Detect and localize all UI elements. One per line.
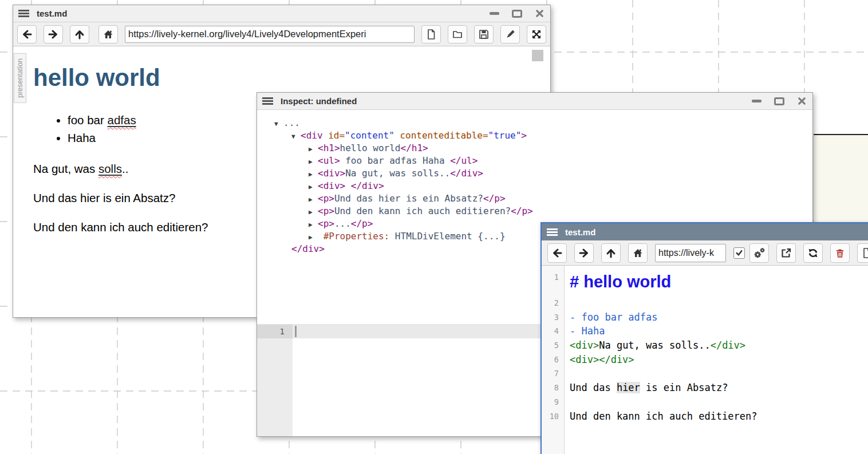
markdown-source-editor[interactable]: 1# hello world23- foo bar adfas4- Haha5<… — [542, 266, 868, 454]
minimize-button[interactable] — [490, 12, 499, 15]
markdown-editor-window: test.md — [540, 222, 868, 454]
code-line[interactable]: 3- foo bar adfas — [542, 310, 868, 325]
code-line[interactable]: 5<div>Na gut, was solls..</div> — [542, 338, 868, 353]
preview-heading: hello world — [33, 64, 550, 92]
line-number: 3 — [542, 310, 565, 325]
external-link-icon — [780, 247, 792, 259]
open-external-button[interactable] — [776, 243, 796, 263]
line-number: 9 — [542, 395, 565, 409]
code-line[interactable]: 9 — [542, 395, 868, 409]
window-controls — [490, 9, 547, 18]
dom-tree-node[interactable]: ▼<div id="content" contenteditable="true… — [257, 129, 812, 142]
back-arrow-icon — [551, 247, 563, 259]
window-controls — [752, 96, 809, 106]
checkbox-checked[interactable] — [733, 247, 745, 259]
window-titlebar: test.md — [542, 223, 868, 240]
close-icon[interactable] — [797, 96, 807, 106]
code-line[interactable]: 7 — [542, 366, 868, 381]
line-number: 6 — [542, 353, 565, 367]
code-line[interactable]: 10Und den kann ich auch editieren? — [542, 409, 868, 424]
folder-button[interactable] — [448, 25, 467, 44]
up-arrow-icon — [74, 29, 85, 40]
up-button[interactable] — [601, 243, 621, 263]
menu-icon[interactable] — [262, 97, 273, 105]
line-number: 2 — [542, 296, 565, 310]
forward-button[interactable] — [574, 243, 594, 263]
browser-toolbar — [13, 22, 550, 46]
presentation-tab[interactable]: presentation — [14, 53, 26, 103]
up-button[interactable] — [70, 25, 89, 44]
code-line[interactable]: 2 — [542, 296, 868, 310]
back-button[interactable] — [17, 25, 37, 44]
new-file-icon — [425, 29, 437, 40]
gears-icon — [753, 247, 766, 259]
browser-toolbar — [542, 240, 868, 266]
forward-button[interactable] — [44, 25, 63, 44]
window-title: test.md — [565, 227, 595, 237]
text-cursor — [295, 326, 297, 337]
settings-button[interactable] — [749, 243, 769, 263]
refresh-icon — [807, 247, 819, 259]
reload-button[interactable] — [803, 243, 823, 263]
dom-tree-node[interactable]: ▶<div>Na gut, was solls..</div> — [257, 167, 812, 180]
forward-arrow-icon — [48, 29, 59, 40]
window-title: test.md — [37, 9, 67, 18]
minimize-button[interactable] — [752, 100, 762, 102]
save-button[interactable] — [474, 25, 494, 44]
line-number: 4 — [542, 324, 565, 338]
up-arrow-icon — [605, 247, 617, 259]
dom-tree-node[interactable]: ▶<div> </div> — [257, 180, 812, 192]
new-file-button[interactable] — [421, 25, 441, 44]
delete-button[interactable] — [830, 243, 850, 263]
code-line[interactable]: 6<div></div> — [542, 353, 868, 367]
url-input[interactable] — [655, 244, 726, 262]
maximize-button[interactable] — [774, 97, 784, 105]
expand-button[interactable] — [527, 25, 546, 44]
save-floppy-icon — [478, 29, 490, 40]
back-arrow-icon — [21, 29, 33, 40]
dom-tree-node[interactable]: ▶<h1>hello world</h1> — [257, 142, 812, 155]
dom-tree-node[interactable]: ▶<p>Und den kann ich auch editieren?</p> — [257, 205, 812, 218]
editor-lines: 1# hello world23- foo bar adfas4- Haha5<… — [542, 269, 868, 423]
line-number: 5 — [542, 338, 565, 353]
line-number: 1 — [542, 269, 565, 296]
line-number: 8 — [542, 381, 565, 395]
expand-arrows-icon — [531, 29, 542, 40]
check-icon — [735, 249, 743, 257]
url-input[interactable] — [125, 26, 415, 43]
menu-icon[interactable] — [18, 10, 29, 17]
code-line[interactable]: 8Und das hier is ein Absatz? — [542, 381, 868, 395]
dom-tree-node[interactable]: ▼... — [257, 117, 812, 129]
home-icon — [632, 247, 644, 259]
home-button[interactable] — [98, 25, 118, 44]
dom-tree-node[interactable]: ▶<p>Und das hier is ein Absatz?</p> — [257, 192, 812, 205]
window-titlebar: test.md — [13, 5, 550, 22]
new-file-button[interactable] — [857, 243, 868, 263]
code-line[interactable]: 4- Haha — [542, 324, 868, 338]
forward-arrow-icon — [578, 247, 590, 259]
dom-tree-node[interactable]: ▶<ul> foo bar adfas Haha </ul> — [257, 155, 812, 167]
scrollbar-thumb[interactable] — [532, 50, 543, 61]
back-button[interactable] — [547, 243, 567, 263]
line-number: 7 — [542, 366, 565, 381]
code-line[interactable]: 1# hello world — [542, 269, 868, 296]
trash-icon — [834, 247, 846, 259]
home-icon — [102, 29, 114, 40]
folder-icon — [452, 29, 463, 40]
close-icon[interactable] — [535, 9, 545, 18]
new-file-icon — [861, 247, 868, 259]
editor-gutter — [257, 325, 293, 436]
window-titlebar: Inspect: undefined — [257, 93, 812, 110]
home-button[interactable] — [628, 243, 648, 263]
maximize-button[interactable] — [512, 10, 522, 18]
menu-icon[interactable] — [547, 228, 558, 236]
pencil-icon — [504, 29, 516, 40]
line-number: 10 — [542, 409, 565, 424]
edit-button[interactable] — [500, 25, 520, 44]
line-number: 1 — [257, 325, 293, 338]
window-title: Inspect: undefined — [281, 96, 357, 106]
